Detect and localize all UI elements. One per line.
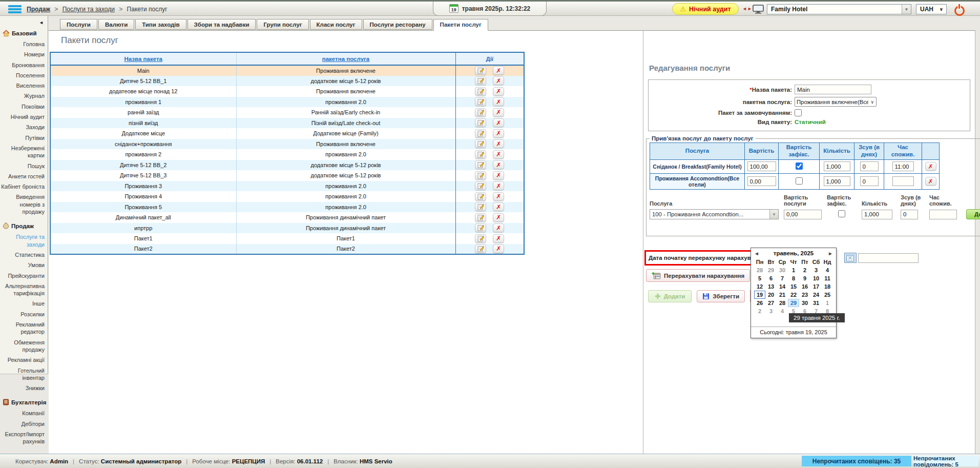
sidebar-item[interactable]: Знижки (0, 383, 48, 393)
calendar-day[interactable]: 4 (777, 307, 788, 315)
sidebar-item[interactable]: Анкети гостей (0, 171, 48, 181)
calendar-day[interactable]: 10 (810, 274, 822, 282)
delete-button[interactable]: ✗ (493, 181, 504, 190)
delete-button[interactable]: ✗ (493, 234, 504, 243)
table-row[interactable]: пізній виїзд Пізній виїзд/Late check-out… (50, 118, 524, 129)
calendar-day[interactable]: 13 (765, 282, 777, 291)
sidebar-item[interactable]: Рекламний редактор (0, 319, 48, 337)
column-header-name[interactable]: Назва пакета (50, 52, 236, 65)
edit-button[interactable] (475, 223, 486, 232)
collapse-sidebar-icon[interactable]: ◄ (0, 19, 48, 27)
sidebar-item[interactable]: Прейскуранти (0, 271, 48, 281)
calendar-day[interactable]: 1 (822, 299, 833, 307)
calendar-day[interactable]: 29 (765, 266, 777, 274)
delete-binding-button[interactable]: ✗ (925, 177, 936, 186)
calendar-next-icon[interactable]: ► (828, 251, 833, 256)
calendar-day[interactable]: 1 (788, 266, 799, 274)
sidebar-item[interactable]: Розсилки (0, 309, 48, 319)
tab-типи-заходів[interactable]: Типи заходів (135, 19, 186, 30)
edit-button[interactable] (475, 139, 486, 148)
tab-групи-послуг[interactable]: Групи послуг (257, 19, 308, 30)
sidebar-item[interactable]: Нічний аудит (0, 112, 48, 122)
calendar-day[interactable]: 20 (765, 291, 777, 299)
delete-button[interactable]: ✗ (493, 213, 504, 222)
sidebar-item[interactable]: Поселення (0, 70, 48, 80)
power-icon[interactable] (954, 4, 964, 14)
calendar-day[interactable]: 30 (777, 266, 788, 274)
sidebar-item[interactable]: Журнал (0, 91, 48, 101)
delete-button[interactable]: ✗ (493, 129, 504, 138)
delete-button[interactable]: ✗ (493, 245, 504, 253)
table-row[interactable]: Дитяче 5-12 BB_2 додаткове місце 5-12 ро… (50, 160, 524, 171)
shift-input[interactable] (860, 176, 879, 186)
column-header-service[interactable]: пакетна послуга (236, 52, 455, 65)
table-row[interactable]: Проживання 4 проживання 2.0 ✗ (50, 191, 524, 202)
sidebar-item[interactable]: Головна (0, 39, 48, 49)
delete-button[interactable]: ✗ (493, 66, 504, 75)
sidebar-item[interactable]: Експорт/Імпорт рахунків (0, 429, 48, 447)
calendar-day[interactable]: 2 (799, 266, 810, 274)
table-row[interactable]: ранній заїзд Ранній заїзд/Early check-in… (50, 107, 524, 118)
delete-button[interactable]: ✗ (493, 87, 504, 96)
edit-button[interactable] (475, 97, 486, 106)
delete-button[interactable]: ✗ (493, 108, 504, 117)
calendar-day[interactable]: 4 (822, 266, 833, 274)
calendar-day[interactable]: 16 (799, 282, 810, 291)
tab-валюти[interactable]: Валюти (98, 19, 134, 30)
calendar-day[interactable]: 19 (754, 291, 765, 299)
add-shift-input[interactable] (901, 210, 918, 219)
sidebar-item[interactable]: Рекламні акції (0, 355, 48, 365)
recalc-date-secondary-input[interactable] (858, 253, 919, 263)
default-package-checkbox[interactable] (795, 109, 802, 116)
tab-збори-та-надбавки[interactable]: Збори та надбавки (187, 19, 256, 30)
calendar-day[interactable]: 12 (754, 282, 765, 291)
calendar-day[interactable]: 29 (788, 299, 799, 307)
quantity-input[interactable] (824, 161, 850, 171)
workstation-icon[interactable] (753, 5, 764, 15)
edit-button[interactable] (475, 87, 486, 96)
edit-button[interactable] (475, 192, 486, 201)
currency-select[interactable]: UAH ∨ (916, 4, 947, 14)
calendar-day[interactable]: 23 (799, 291, 810, 299)
delete-button[interactable]: ✗ (493, 118, 504, 127)
unread-messages-badge[interactable]: Непрочитаних повідомлень: 5 (913, 456, 978, 466)
sidebar-item[interactable]: Дебітори (0, 419, 48, 429)
table-row[interactable]: Проживання 5 проживання 2.0 ✗ (50, 202, 524, 213)
edit-button[interactable] (475, 129, 486, 138)
calendar-month-label[interactable]: травень, 2025 (759, 250, 828, 256)
edit-button[interactable] (475, 213, 486, 222)
sidebar-item[interactable]: Готельний інвентар (0, 365, 48, 383)
cost-input[interactable] (747, 161, 776, 171)
calendar-day[interactable]: 6 (765, 274, 777, 282)
delete-button[interactable]: ✗ (493, 202, 504, 211)
cost-fixed-checkbox[interactable] (796, 177, 803, 185)
calendar-day[interactable]: 31 (810, 299, 822, 307)
package-service-select[interactable]: Проживання включене(Все оте ∨ (795, 97, 877, 107)
table-row[interactable]: Пакет2 Пакет2 ✗ (50, 244, 524, 255)
delete-button[interactable]: ✗ (493, 150, 504, 159)
edit-button[interactable] (475, 202, 486, 211)
cost-input[interactable] (747, 176, 776, 186)
tab-класи-послуг[interactable]: Класи послуг (310, 19, 362, 30)
table-row[interactable]: проживання 2 проживання 2.0 ✗ (50, 149, 524, 160)
sidebar-item[interactable]: Виселення (0, 80, 48, 91)
edit-button[interactable] (475, 245, 486, 253)
calendar-day[interactable]: 2 (754, 307, 765, 315)
delete-button[interactable]: ✗ (493, 139, 504, 148)
sidebar-section-header[interactable]: Бухгалтерія (0, 396, 48, 408)
cost-fixed-checkbox[interactable] (796, 162, 803, 170)
consume-time-input[interactable] (892, 161, 914, 171)
add-qty-input[interactable] (862, 210, 892, 219)
consume-time-input[interactable] (892, 176, 914, 186)
calendar-prev-icon[interactable]: ◄ (754, 251, 759, 256)
recalc-button[interactable]: Перерахувати нарахування (646, 269, 750, 282)
calendar-day[interactable]: 17 (810, 282, 822, 291)
sidebar-item[interactable]: Кабінет броніста (0, 181, 48, 192)
add-time-input[interactable] (929, 210, 957, 219)
quantity-input[interactable] (824, 176, 850, 186)
add-button[interactable]: ✚ Додати (648, 290, 692, 302)
night-audit-badge[interactable]: ⚠ Нічний аудит (672, 3, 739, 15)
table-row[interactable]: сніданок+проживання Проживання включене … (50, 139, 524, 150)
table-row[interactable]: ипртрр Проживання динамічний пакет ✗ (50, 223, 524, 234)
sidebar-item[interactable]: Інше (0, 298, 48, 309)
